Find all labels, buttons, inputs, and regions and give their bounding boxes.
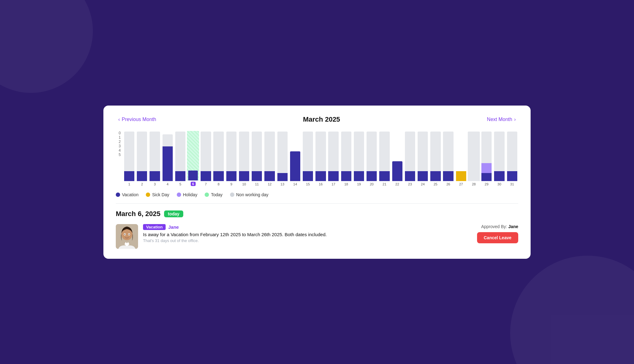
- bg-bar: [341, 132, 351, 171]
- bg-bar: [163, 134, 173, 146]
- vacation-bar: [303, 171, 313, 181]
- bar-col-day-29[interactable]: 29: [480, 132, 493, 186]
- vacation-bar: [252, 171, 262, 181]
- prev-month-button[interactable]: ‹ Previous Month: [116, 115, 159, 124]
- bar-col-day-26[interactable]: 26: [442, 132, 454, 186]
- bar-col-day-28[interactable]: 28: [468, 132, 480, 186]
- bg-bar: [481, 132, 492, 163]
- x-label-day-10: 10: [242, 182, 246, 186]
- x-label-day-25: 25: [434, 182, 437, 186]
- x-label-day-30: 30: [497, 182, 501, 186]
- x-label-day-12: 12: [268, 182, 271, 186]
- x-label-day-1: 1: [128, 182, 130, 186]
- bar-col-day-20[interactable]: 20: [366, 132, 378, 186]
- bg-bar: [328, 132, 338, 171]
- bar-col-day-11[interactable]: 11: [251, 132, 263, 186]
- vacation-bar: [405, 171, 415, 181]
- bar-col-day-30[interactable]: 30: [493, 132, 505, 186]
- vacation-bar: [239, 171, 249, 181]
- bar-col-day-27[interactable]: 27: [455, 171, 467, 186]
- leave-info: Vacation Jane Is away for a Vacation fro…: [143, 224, 472, 243]
- bg-bar: [418, 132, 428, 171]
- next-month-label: Next Month: [487, 117, 512, 122]
- detail-date-title: March 6, 2025: [116, 210, 160, 218]
- calendar-header: ‹ Previous Month March 2025 Next Month ›: [116, 115, 518, 124]
- bar-col-day-21[interactable]: 21: [378, 132, 390, 186]
- bg-bar: [277, 132, 288, 173]
- x-label-day-15: 15: [306, 182, 310, 186]
- sick-dot: [146, 193, 150, 197]
- x-label-day-24: 24: [421, 182, 425, 186]
- bar-col-day-25[interactable]: 25: [429, 132, 441, 186]
- vacation-bar: [418, 171, 428, 181]
- bar-col-day-31[interactable]: 31: [506, 132, 518, 186]
- x-label-day-22: 22: [395, 182, 399, 186]
- bar-col-day-1[interactable]: 1: [123, 132, 135, 186]
- divider: [116, 203, 518, 204]
- bar-col-day-6[interactable]: 6: [187, 131, 199, 186]
- leave-subtext: That's 31 days out of the office.: [143, 238, 472, 243]
- vacation-bar: [430, 171, 441, 181]
- vacation-dot: [116, 193, 120, 197]
- vacation-bar: [341, 171, 351, 181]
- x-label-day-8: 8: [218, 182, 219, 186]
- x-label-day-19: 19: [357, 182, 361, 186]
- bar-col-day-19[interactable]: 19: [353, 132, 365, 186]
- vacation-bar: [392, 161, 402, 181]
- bar-col-day-8[interactable]: 8: [213, 132, 225, 186]
- x-label-day-17: 17: [332, 182, 335, 186]
- cancel-leave-button[interactable]: Cancel Leave: [477, 232, 519, 243]
- vacation-bar: [201, 171, 211, 181]
- today-badge: today: [164, 210, 183, 217]
- bar-col-day-9[interactable]: 9: [225, 132, 237, 186]
- legend: Vacation Sick Day Holiday Today Non work…: [116, 192, 518, 197]
- bg-bar: [175, 132, 185, 171]
- bar-col-day-3[interactable]: 3: [149, 132, 161, 186]
- vacation-bar: [264, 171, 275, 181]
- vacation-bar: [379, 171, 389, 181]
- approved-by-text: Approved By: Jane: [481, 224, 518, 229]
- bg-bar: [303, 132, 313, 171]
- holiday-bar: [481, 163, 492, 173]
- bar-col-day-4[interactable]: 4: [162, 134, 174, 186]
- leave-actions: Approved By: Jane Cancel Leave: [477, 224, 519, 243]
- x-label-day-9: 9: [230, 182, 232, 186]
- leave-card: Vacation Jane Is away for a Vacation fro…: [116, 224, 518, 249]
- y-axis: 5 4 3 2 1 0: [116, 131, 121, 157]
- main-card: ‹ Previous Month March 2025 Next Month ›…: [103, 106, 531, 259]
- bg-bar: [507, 132, 517, 171]
- vacation-bar: [290, 151, 300, 181]
- next-month-button[interactable]: Next Month ›: [484, 115, 518, 124]
- bar-col-day-5[interactable]: 5: [174, 132, 186, 186]
- bar-col-day-14[interactable]: 14: [289, 151, 301, 186]
- x-label-day-3: 3: [154, 182, 156, 186]
- bg-bar: [201, 132, 211, 171]
- vacation-bar: [481, 173, 492, 181]
- legend-sick: Sick Day: [146, 192, 169, 197]
- bg-bar: [239, 132, 249, 171]
- vacation-bar: [315, 171, 326, 181]
- leave-type-tag: Vacation: [143, 224, 166, 230]
- x-label-day-20: 20: [370, 182, 374, 186]
- bar-col-day-16[interactable]: 16: [315, 132, 327, 186]
- bg-bar: [443, 132, 453, 171]
- bar-col-day-17[interactable]: 17: [328, 132, 340, 186]
- bar-col-day-24[interactable]: 24: [417, 132, 429, 186]
- bar-col-day-2[interactable]: 2: [136, 132, 148, 186]
- bg-bar: [315, 132, 326, 171]
- svg-point-5: [124, 234, 125, 235]
- bar-col-day-12[interactable]: 12: [263, 132, 276, 186]
- vacation-bar: [226, 171, 237, 181]
- bar-col-day-18[interactable]: 18: [340, 132, 352, 186]
- nonwork-dot: [230, 193, 234, 197]
- x-label-day-6: 6: [191, 182, 196, 186]
- vacation-bar: [175, 171, 185, 181]
- chevron-right-icon: ›: [514, 117, 516, 122]
- vacation-bar: [277, 173, 288, 181]
- bar-col-day-13[interactable]: 13: [276, 132, 289, 186]
- bar-col-day-7[interactable]: 7: [200, 132, 212, 186]
- bar-col-day-22[interactable]: 22: [391, 161, 403, 186]
- bar-col-day-10[interactable]: 10: [238, 132, 250, 186]
- bar-col-day-15[interactable]: 15: [302, 132, 314, 186]
- bar-col-day-23[interactable]: 23: [404, 132, 416, 186]
